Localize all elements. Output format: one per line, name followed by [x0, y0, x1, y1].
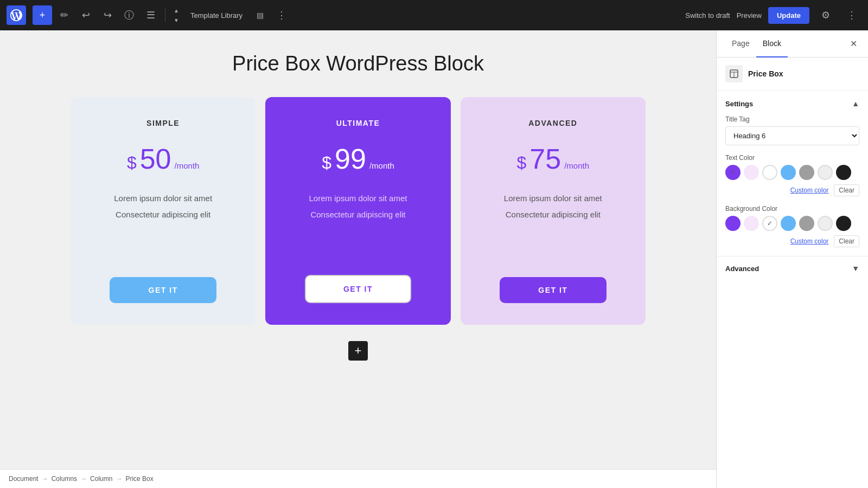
panel-close-button[interactable]: ✕ — [848, 36, 859, 51]
update-button[interactable]: Update — [768, 7, 809, 24]
advanced-cta-button[interactable]: GET IT — [500, 277, 607, 303]
text-color-label: Text Color — [725, 154, 859, 162]
edit-button[interactable]: ✏ — [54, 5, 74, 25]
bg-color-actions: Custom color Clear — [725, 235, 859, 247]
text-color-gray[interactable] — [799, 165, 814, 180]
breadcrumb-column[interactable]: Column — [90, 475, 112, 483]
simple-desc-line2: Consectetur adipiscing elit — [116, 210, 210, 219]
bg-color-purple[interactable] — [725, 216, 741, 231]
bg-color-black[interactable] — [836, 216, 851, 231]
advanced-title: ADVANCED — [528, 119, 577, 127]
layout-button[interactable]: ▤ — [250, 5, 270, 25]
advanced-desc-line2: Consectetur adipiscing elit — [506, 210, 601, 219]
tab-page[interactable]: Page — [725, 30, 756, 57]
advanced-section[interactable]: Advanced ▼ — [717, 256, 868, 280]
breadcrumb-columns[interactable]: Columns — [52, 475, 77, 483]
toolbar-more-button[interactable]: ⋮ — [842, 5, 861, 25]
advanced-description: Lorem ipsum dolor sit amet Consectetur a… — [504, 190, 602, 239]
text-color-actions: Custom color Clear — [725, 184, 859, 196]
bg-color-swatches — [725, 216, 859, 231]
simple-cta-button[interactable]: GET IT — [110, 277, 216, 303]
bg-color-light-pink[interactable] — [744, 216, 759, 231]
undo-button[interactable]: ↩ — [76, 5, 95, 25]
simple-price-row: $ 50 /month — [127, 143, 200, 175]
title-tag-field: Title Tag Heading 1 Heading 2 Heading 3 … — [725, 115, 859, 145]
text-color-blue[interactable] — [781, 165, 796, 180]
bg-color-gray[interactable] — [799, 216, 814, 231]
breadcrumb-pricebox[interactable]: Price Box — [125, 475, 153, 483]
title-tag-select[interactable]: Heading 1 Heading 2 Heading 3 Heading 4 … — [725, 126, 859, 145]
ultimate-desc-line2: Consectetur adipiscing elit — [310, 210, 405, 219]
ultimate-currency: $ — [322, 153, 331, 173]
text-color-white[interactable] — [762, 165, 777, 180]
settings-collapse-icon: ▲ — [852, 99, 859, 108]
text-color-light-pink[interactable] — [744, 165, 759, 180]
advanced-price-row: $ 75 /month — [517, 143, 590, 175]
price-boxes-container: SIMPLE $ 50 /month Lorem ipsum dolor sit… — [71, 97, 646, 325]
ultimate-description: Lorem ipsum dolor sit amet Consectetur a… — [309, 190, 407, 239]
move-up-button[interactable]: ▲ — [170, 5, 183, 15]
bg-color-label: Background Color — [725, 205, 859, 213]
breadcrumb-document[interactable]: Document — [9, 475, 39, 483]
wp-logo[interactable] — [7, 5, 26, 25]
add-block-button[interactable]: + — [33, 5, 52, 25]
template-library-button[interactable]: Template Library — [185, 8, 248, 23]
panel-block-header: Price Box — [717, 57, 868, 91]
simple-title: SIMPLE — [146, 119, 180, 127]
advanced-expand-icon: ▼ — [852, 264, 859, 273]
text-color-black[interactable] — [836, 165, 851, 180]
price-box-simple: SIMPLE $ 50 /month Lorem ipsum dolor sit… — [71, 97, 256, 325]
advanced-amount: 75 — [529, 143, 561, 175]
price-box-advanced: ADVANCED $ 75 /month Lorem ipsum dolor s… — [461, 97, 646, 325]
simple-desc-line1: Lorem ipsum dolor sit amet — [114, 194, 212, 203]
block-icon — [725, 65, 743, 82]
more-button[interactable]: ⋮ — [272, 5, 291, 25]
bg-custom-color-link[interactable]: Custom color — [790, 237, 829, 245]
ultimate-cta-button[interactable]: GET IT — [305, 275, 412, 303]
simple-period: /month — [175, 161, 200, 170]
title-tag-label: Title Tag — [725, 115, 859, 123]
switch-draft-button[interactable]: Switch to draft — [685, 11, 730, 20]
text-color-clear-button[interactable]: Clear — [834, 184, 859, 196]
main-layout: Price Box WordPress Block SIMPLE $ 50 /m… — [0, 30, 868, 488]
text-color-swatches — [725, 165, 859, 180]
text-color-light-gray[interactable] — [818, 165, 833, 180]
add-block-below-button[interactable]: + — [348, 341, 368, 361]
list-button[interactable]: ☰ — [141, 5, 161, 25]
editor-area: Price Box WordPress Block SIMPLE $ 50 /m… — [0, 30, 716, 488]
ultimate-title: ULTIMATE — [336, 119, 380, 127]
toolbar-divider — [165, 9, 165, 22]
bg-color-clear-button[interactable]: Clear — [834, 235, 859, 247]
page-title: Price Box WordPress Block — [232, 52, 484, 75]
bg-color-light-gray[interactable] — [818, 216, 833, 231]
simple-description: Lorem ipsum dolor sit amet Consectetur a… — [114, 190, 212, 239]
toolbar: + ✏ ↩ ↪ ⓘ ☰ ▲ ▼ Template Library ▤ ⋮ Swi… — [0, 0, 868, 30]
settings-section-header[interactable]: Settings ▲ — [725, 99, 859, 108]
settings-button[interactable]: ⚙ — [816, 5, 835, 25]
breadcrumb-sep1: → — [42, 475, 48, 483]
bg-color-blue[interactable] — [781, 216, 796, 231]
ultimate-amount: 99 — [335, 143, 366, 175]
move-down-button[interactable]: ▼ — [170, 15, 183, 25]
preview-button[interactable]: Preview — [737, 11, 762, 20]
text-color-purple[interactable] — [725, 165, 741, 180]
panel-tabs: Page Block ✕ — [717, 30, 868, 57]
bg-color-field: Background Color Custom color Clear — [725, 205, 859, 247]
advanced-period: /month — [564, 161, 589, 170]
breadcrumb-sep2: → — [80, 475, 87, 483]
price-box-ultimate: ULTIMATE $ 99 /month Lorem ipsum dolor s… — [265, 97, 450, 325]
redo-button[interactable]: ↪ — [98, 5, 117, 25]
toolbar-right: Switch to draft Preview Update ⚙ ⋮ — [685, 5, 861, 25]
tab-block[interactable]: Block — [756, 30, 788, 57]
move-buttons: ▲ ▼ — [170, 5, 183, 25]
advanced-section-title: Advanced — [725, 265, 759, 273]
ultimate-period: /month — [369, 161, 394, 170]
breadcrumb-sep3: → — [116, 475, 122, 483]
simple-amount: 50 — [140, 143, 171, 175]
advanced-desc-line1: Lorem ipsum dolor sit amet — [504, 194, 602, 203]
text-color-field: Text Color Custom color Clear — [725, 154, 859, 196]
simple-currency: $ — [127, 153, 137, 173]
bg-color-white[interactable] — [762, 216, 777, 231]
info-button[interactable]: ⓘ — [119, 5, 139, 25]
text-custom-color-link[interactable]: Custom color — [790, 187, 829, 194]
